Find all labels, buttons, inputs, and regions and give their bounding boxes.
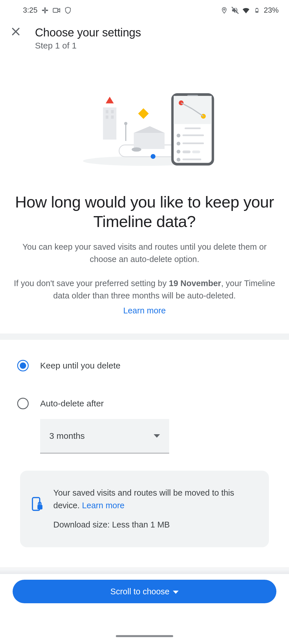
battery-icon <box>253 6 261 14</box>
svg-rect-43 <box>183 159 201 160</box>
svg-rect-36 <box>183 135 204 136</box>
svg-rect-29 <box>174 96 212 124</box>
question-heading: How long would you like to keep your Tim… <box>14 192 275 232</box>
svg-rect-21 <box>134 133 165 149</box>
status-time: 3:25 <box>23 6 38 15</box>
dropdown-value: 3 months <box>49 431 85 441</box>
svg-marker-18 <box>106 97 114 103</box>
header: Choose your settings Step 1 of 1 <box>0 18 289 57</box>
option-auto-delete[interactable]: Auto-delete after <box>17 391 272 416</box>
svg-rect-4 <box>53 8 58 12</box>
step-indicator: Step 1 of 1 <box>35 41 279 51</box>
privacy-shield-icon <box>64 6 72 14</box>
option-label: Auto-delete after <box>40 399 104 408</box>
location-icon <box>220 6 228 14</box>
deadline-date: 19 November <box>169 279 221 288</box>
status-right: 23% <box>220 6 279 15</box>
camera-icon <box>52 6 60 14</box>
chevron-down-icon <box>173 591 179 594</box>
option-label: Keep until you delete <box>40 361 120 371</box>
svg-rect-45 <box>38 505 42 509</box>
svg-rect-16 <box>106 115 108 119</box>
svg-point-24 <box>132 147 141 152</box>
svg-rect-22 <box>125 125 126 141</box>
duration-dropdown[interactable]: 3 months <box>40 419 169 453</box>
slack-icon <box>41 6 49 14</box>
svg-point-25 <box>151 154 155 159</box>
svg-point-42 <box>177 158 180 162</box>
radio-selected-icon[interactable] <box>17 360 29 371</box>
learn-more-link[interactable]: Learn more <box>14 304 275 317</box>
options-list: Keep until you delete Auto-delete after … <box>0 340 289 453</box>
svg-point-37 <box>177 142 180 146</box>
svg-rect-3 <box>44 11 45 13</box>
svg-rect-40 <box>183 151 191 153</box>
description-2: If you don't save your preferred setting… <box>14 277 275 317</box>
svg-rect-9 <box>256 11 258 12</box>
info-learn-more-link[interactable]: Learn more <box>82 501 124 510</box>
option-keep-until-delete[interactable]: Keep until you delete <box>17 354 272 378</box>
svg-point-5 <box>223 9 225 10</box>
info-text: Your saved visits and routes will be mov… <box>53 487 257 531</box>
illustration <box>0 75 289 175</box>
header-text: Choose your settings Step 1 of 1 <box>35 26 279 51</box>
description-1: You can keep your saved visits and route… <box>14 241 275 266</box>
wifi-icon <box>242 6 250 14</box>
desc2-pre: If you don't save your preferred setting… <box>14 279 169 288</box>
battery-percentage: 23% <box>264 6 279 15</box>
sound-muted-icon <box>231 6 239 14</box>
info-card: Your saved visits and routes will be mov… <box>20 471 269 547</box>
svg-rect-38 <box>183 143 204 144</box>
radio-unselected-icon[interactable] <box>17 398 29 409</box>
scroll-to-choose-button[interactable]: Scroll to choose <box>13 580 276 603</box>
svg-rect-19 <box>138 108 149 119</box>
svg-rect-34 <box>185 127 201 129</box>
page-title: Choose your settings <box>35 26 279 39</box>
phone-lock-icon <box>32 496 44 513</box>
svg-rect-8 <box>256 8 258 9</box>
svg-point-35 <box>177 134 180 137</box>
svg-rect-14 <box>106 110 108 113</box>
svg-rect-41 <box>192 151 200 153</box>
svg-point-23 <box>124 122 127 125</box>
svg-rect-1 <box>42 9 45 11</box>
section-divider <box>0 333 289 340</box>
svg-rect-2 <box>45 9 48 11</box>
svg-rect-13 <box>103 107 116 139</box>
svg-rect-15 <box>111 110 114 113</box>
bottom-divider <box>0 568 289 574</box>
svg-point-39 <box>177 150 180 154</box>
status-left: 3:25 <box>23 6 72 15</box>
info-text-pre: Your saved visits and routes will be mov… <box>53 488 234 510</box>
svg-rect-17 <box>111 115 114 119</box>
svg-rect-0 <box>44 7 45 10</box>
chevron-down-icon <box>154 434 160 438</box>
main-content: How long would you like to keep your Tim… <box>0 192 289 317</box>
close-icon[interactable] <box>10 26 21 39</box>
nav-handle[interactable] <box>116 635 173 637</box>
status-bar: 3:25 23% <box>0 0 289 18</box>
cta-label: Scroll to choose <box>110 587 169 596</box>
download-size: Download size: Less than 1 MB <box>53 519 257 531</box>
